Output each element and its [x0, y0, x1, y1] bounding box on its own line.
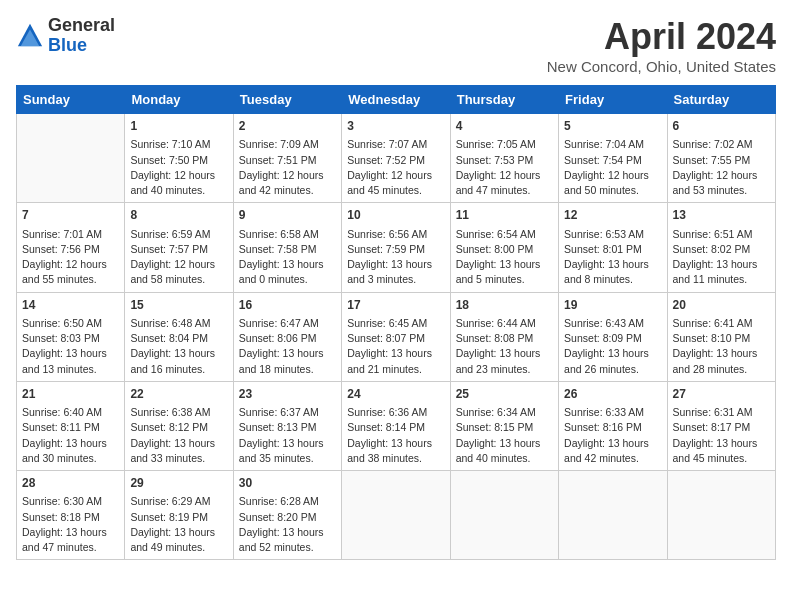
calendar-week-row: 1Sunrise: 7:10 AMSunset: 7:50 PMDaylight…: [17, 114, 776, 203]
day-info: Sunset: 7:59 PM: [347, 243, 425, 255]
calendar-cell: 29Sunrise: 6:29 AMSunset: 8:19 PMDayligh…: [125, 471, 233, 560]
day-number: 3: [347, 118, 444, 135]
logo-icon: [16, 22, 44, 50]
day-info: Daylight: 13 hours: [22, 347, 107, 359]
day-info: Sunset: 8:03 PM: [22, 332, 100, 344]
day-number: 9: [239, 207, 336, 224]
calendar-week-row: 14Sunrise: 6:50 AMSunset: 8:03 PMDayligh…: [17, 292, 776, 381]
calendar-cell: 4Sunrise: 7:05 AMSunset: 7:53 PMDaylight…: [450, 114, 558, 203]
day-info: Sunset: 8:09 PM: [564, 332, 642, 344]
day-number: 2: [239, 118, 336, 135]
calendar-cell: 22Sunrise: 6:38 AMSunset: 8:12 PMDayligh…: [125, 381, 233, 470]
day-info: Daylight: 13 hours: [239, 437, 324, 449]
day-info: Sunrise: 6:43 AM: [564, 317, 644, 329]
day-info: Daylight: 12 hours: [456, 169, 541, 181]
day-info: Sunset: 8:13 PM: [239, 421, 317, 433]
day-number: 1: [130, 118, 227, 135]
day-info: Sunrise: 6:54 AM: [456, 228, 536, 240]
day-info: and 53 minutes.: [673, 184, 748, 196]
day-info: and 52 minutes.: [239, 541, 314, 553]
day-info: Sunrise: 6:33 AM: [564, 406, 644, 418]
calendar-cell: [559, 471, 667, 560]
calendar-cell: 11Sunrise: 6:54 AMSunset: 8:00 PMDayligh…: [450, 203, 558, 292]
day-info: and 5 minutes.: [456, 273, 525, 285]
day-info: Sunset: 8:10 PM: [673, 332, 751, 344]
day-info: Sunset: 7:55 PM: [673, 154, 751, 166]
day-number: 15: [130, 297, 227, 314]
calendar-cell: [667, 471, 775, 560]
day-info: Sunset: 8:06 PM: [239, 332, 317, 344]
day-header: Friday: [559, 86, 667, 114]
page-subtitle: New Concord, Ohio, United States: [547, 58, 776, 75]
day-info: Daylight: 13 hours: [456, 347, 541, 359]
day-info: Daylight: 12 hours: [673, 169, 758, 181]
day-info: Sunset: 7:50 PM: [130, 154, 208, 166]
day-info: Sunset: 8:20 PM: [239, 511, 317, 523]
day-info: Sunrise: 7:04 AM: [564, 138, 644, 150]
day-info: Sunset: 8:15 PM: [456, 421, 534, 433]
day-info: Sunset: 8:16 PM: [564, 421, 642, 433]
day-info: and 40 minutes.: [456, 452, 531, 464]
calendar-cell: 13Sunrise: 6:51 AMSunset: 8:02 PMDayligh…: [667, 203, 775, 292]
day-number: 14: [22, 297, 119, 314]
day-info: and 13 minutes.: [22, 363, 97, 375]
day-info: Sunset: 7:57 PM: [130, 243, 208, 255]
day-number: 22: [130, 386, 227, 403]
day-header: Sunday: [17, 86, 125, 114]
day-info: Sunset: 7:51 PM: [239, 154, 317, 166]
day-info: Sunset: 8:02 PM: [673, 243, 751, 255]
day-info: and 28 minutes.: [673, 363, 748, 375]
calendar-cell: 21Sunrise: 6:40 AMSunset: 8:11 PMDayligh…: [17, 381, 125, 470]
day-info: Daylight: 13 hours: [673, 258, 758, 270]
calendar-week-row: 28Sunrise: 6:30 AMSunset: 8:18 PMDayligh…: [17, 471, 776, 560]
calendar-cell: 17Sunrise: 6:45 AMSunset: 8:07 PMDayligh…: [342, 292, 450, 381]
day-info: Daylight: 12 hours: [130, 258, 215, 270]
day-number: 12: [564, 207, 661, 224]
day-info: and 11 minutes.: [673, 273, 748, 285]
day-info: and 40 minutes.: [130, 184, 205, 196]
day-info: Sunrise: 6:40 AM: [22, 406, 102, 418]
day-info: Sunrise: 6:47 AM: [239, 317, 319, 329]
day-info: Sunset: 8:01 PM: [564, 243, 642, 255]
day-info: Sunrise: 7:05 AM: [456, 138, 536, 150]
day-info: and 30 minutes.: [22, 452, 97, 464]
day-number: 5: [564, 118, 661, 135]
day-info: and 58 minutes.: [130, 273, 205, 285]
day-info: Daylight: 13 hours: [130, 347, 215, 359]
calendar-cell: 19Sunrise: 6:43 AMSunset: 8:09 PMDayligh…: [559, 292, 667, 381]
day-number: 7: [22, 207, 119, 224]
day-info: Sunrise: 6:28 AM: [239, 495, 319, 507]
calendar-cell: 18Sunrise: 6:44 AMSunset: 8:08 PMDayligh…: [450, 292, 558, 381]
day-header: Monday: [125, 86, 233, 114]
day-info: Daylight: 13 hours: [564, 437, 649, 449]
day-number: 28: [22, 475, 119, 492]
day-header: Thursday: [450, 86, 558, 114]
day-info: Daylight: 13 hours: [239, 526, 324, 538]
calendar-cell: 10Sunrise: 6:56 AMSunset: 7:59 PMDayligh…: [342, 203, 450, 292]
logo-general-text: General: [48, 15, 115, 35]
day-number: 27: [673, 386, 770, 403]
day-info: and 21 minutes.: [347, 363, 422, 375]
day-info: and 45 minutes.: [347, 184, 422, 196]
calendar-cell: 20Sunrise: 6:41 AMSunset: 8:10 PMDayligh…: [667, 292, 775, 381]
calendar-cell: 6Sunrise: 7:02 AMSunset: 7:55 PMDaylight…: [667, 114, 775, 203]
day-info: Daylight: 13 hours: [347, 437, 432, 449]
calendar-cell: 28Sunrise: 6:30 AMSunset: 8:18 PMDayligh…: [17, 471, 125, 560]
day-info: Sunrise: 6:38 AM: [130, 406, 210, 418]
day-number: 23: [239, 386, 336, 403]
logo-blue-text: Blue: [48, 35, 87, 55]
day-number: 17: [347, 297, 444, 314]
day-info: Sunrise: 6:29 AM: [130, 495, 210, 507]
calendar-cell: 2Sunrise: 7:09 AMSunset: 7:51 PMDaylight…: [233, 114, 341, 203]
day-info: and 16 minutes.: [130, 363, 205, 375]
day-info: Sunset: 7:56 PM: [22, 243, 100, 255]
day-info: and 55 minutes.: [22, 273, 97, 285]
day-info: Sunrise: 7:09 AM: [239, 138, 319, 150]
day-info: and 35 minutes.: [239, 452, 314, 464]
day-info: and 23 minutes.: [456, 363, 531, 375]
calendar-week-row: 21Sunrise: 6:40 AMSunset: 8:11 PMDayligh…: [17, 381, 776, 470]
day-info: Daylight: 13 hours: [22, 526, 107, 538]
day-info: and 3 minutes.: [347, 273, 416, 285]
calendar-week-row: 7Sunrise: 7:01 AMSunset: 7:56 PMDaylight…: [17, 203, 776, 292]
day-info: Sunrise: 6:53 AM: [564, 228, 644, 240]
